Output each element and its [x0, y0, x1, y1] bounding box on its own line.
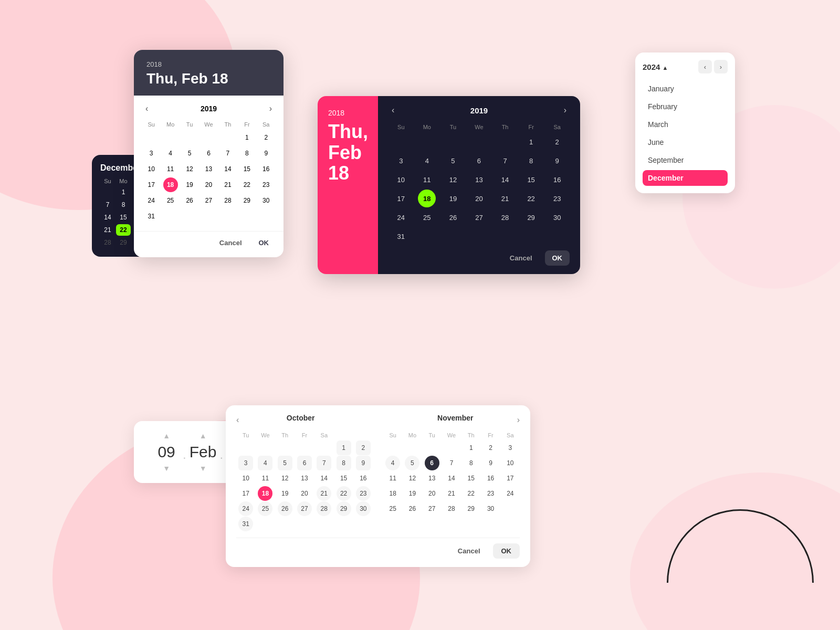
cal1-day-4[interactable]: 4 — [163, 146, 178, 161]
cal1-day-12[interactable]: 12 — [182, 162, 197, 176]
october-grid: Tu We Th Fr Sa 1 2 3 4 5 6 7 — [236, 430, 373, 531]
month-item-march[interactable]: March — [643, 117, 728, 132]
dec-selected[interactable]: 22 — [116, 224, 131, 236]
cal2-ok-btn[interactable]: OK — [545, 250, 570, 266]
dec-hdr-su: Su — [100, 178, 115, 184]
year-picker: 2024 ▲ ‹ › January February March June S… — [635, 52, 735, 193]
cal1-day-7[interactable]: 7 — [220, 146, 235, 161]
spinner-sep-2: . — [219, 447, 223, 462]
cal1-day-16[interactable]: 16 — [259, 162, 274, 176]
oct-day-18-selected[interactable]: 18 — [258, 486, 272, 501]
cal1-day-2[interactable]: 2 — [259, 130, 274, 145]
cal1-day-11[interactable]: 11 — [163, 162, 178, 176]
cal1-hdr-su: Su — [142, 120, 160, 129]
cal2-grid: Su Mo Tu We Th Fr Sa 1 2 3 4 5 6 7 8 9 1… — [388, 122, 570, 245]
cal1-day-6[interactable]: 6 — [201, 146, 216, 161]
cal1-day-3[interactable]: 3 — [144, 146, 159, 161]
spinner-month-up[interactable]: ▲ — [200, 432, 207, 440]
cal1-day-26[interactable]: 26 — [182, 193, 197, 208]
cal1-day-17[interactable]: 17 — [144, 177, 159, 192]
cal1-day-29[interactable]: 29 — [239, 193, 254, 208]
cal1-day-19[interactable]: 19 — [182, 177, 197, 192]
november-label: November — [437, 414, 473, 422]
cal2-nav-year: 2019 — [470, 106, 488, 115]
cal2-nav: ‹ 2019 › — [388, 104, 570, 116]
cal1-day-23[interactable]: 23 — [259, 177, 274, 192]
cal1-day-empty — [144, 130, 159, 145]
cal2-cancel-btn[interactable]: Cancel — [502, 250, 540, 266]
dec-hdr-mo: Mo — [116, 178, 131, 184]
cal1-day-20[interactable]: 20 — [201, 177, 216, 192]
cal1-next-btn[interactable]: › — [266, 103, 275, 114]
november-grid: Su Mo Tu We Th Fr Sa 1 2 3 4 5 6 7 — [383, 430, 520, 516]
year-picker-header: 2024 ▲ ‹ › — [643, 60, 728, 74]
cal1-body: ‹ 2019 › Su Mo Tu We Th Fr Sa 1 2 — [134, 96, 284, 231]
cal1-ok-btn[interactable]: OK — [253, 236, 276, 250]
year-picker-prev[interactable]: ‹ — [698, 60, 712, 74]
cal1-day-24[interactable]: 24 — [144, 193, 159, 208]
cal2-day-18-selected[interactable]: 18 — [418, 190, 436, 207]
cal1-day-25[interactable]: 25 — [163, 193, 178, 208]
cal1-container: 2018 Thu, Feb 18 ‹ 2019 › Su Mo Tu We Th… — [134, 50, 284, 257]
month-item-june[interactable]: June — [643, 134, 728, 150]
dual-calendar: ‹ October Tu We Th Fr Sa 1 2 — [226, 405, 530, 567]
cal1-day-27[interactable]: 27 — [201, 193, 216, 208]
spinner-day-up[interactable]: ▲ — [163, 432, 170, 440]
year-picker-year: 2024 ▲ — [643, 62, 668, 71]
cal1-day-31[interactable]: 31 — [144, 209, 159, 224]
cal2-prev-btn[interactable]: ‹ — [388, 104, 397, 116]
cal2-sidebar: 2018 Thu, Feb 18 — [318, 96, 378, 274]
cal1-hdr-tu: Tu — [181, 120, 198, 129]
month-list: January February March June September De… — [643, 81, 728, 186]
cal1-day-1[interactable]: 1 — [239, 130, 254, 145]
cal1-day-30[interactable]: 30 — [259, 193, 274, 208]
month-item-january[interactable]: January — [643, 81, 728, 97]
cal1-day-22[interactable]: 22 — [239, 177, 254, 192]
cal1-day-28[interactable]: 28 — [220, 193, 235, 208]
cal1-day-empty — [163, 130, 178, 145]
cal1-footer: Cancel OK — [134, 231, 284, 257]
cal1-day-15[interactable]: 15 — [239, 162, 254, 176]
cal2-main: ‹ 2019 › Su Mo Tu We Th Fr Sa 1 2 3 4 5 … — [378, 96, 580, 274]
cal1-day-21[interactable]: 21 — [220, 177, 235, 192]
dual-cal-cancel-btn[interactable]: Cancel — [449, 543, 489, 559]
cal2-footer: Cancel OK — [388, 250, 570, 266]
calendar-2: 2018 Thu, Feb 18 ‹ 2019 › Su Mo Tu We Th… — [318, 96, 580, 274]
cal1-day-9[interactable]: 9 — [259, 146, 274, 161]
cal1-day-5[interactable]: 5 — [182, 146, 197, 161]
cal1-day-empty — [182, 130, 197, 145]
november-month: November › Su Mo Tu We Th Fr Sa 1 2 3 — [383, 414, 520, 531]
cal1-prev-btn[interactable]: ‹ — [142, 103, 151, 114]
cal2-year: 2018 — [328, 109, 368, 117]
cal1-year: 2018 — [146, 60, 271, 68]
cal2-date: Thu, Feb 18 — [328, 121, 368, 184]
year-picker-next[interactable]: › — [714, 60, 728, 74]
cal1-hdr-mo: Mo — [161, 120, 179, 129]
cal1-day-18-selected[interactable]: 18 — [163, 177, 178, 192]
cal1-day-13[interactable]: 13 — [201, 162, 216, 176]
spinner-month-val: Feb — [190, 443, 217, 461]
nov-day-6-today[interactable]: 6 — [425, 456, 439, 470]
month-item-december-selected[interactable]: December — [643, 170, 728, 186]
dual-cal-footer: Cancel OK — [236, 538, 520, 559]
cal1-grid: Su Mo Tu We Th Fr Sa 1 2 3 4 5 6 — [142, 120, 275, 224]
cal1-day-14[interactable]: 14 — [220, 162, 235, 176]
spinner-day-down[interactable]: ▼ — [163, 464, 170, 472]
dual-cal-prev-btn[interactable]: ‹ — [236, 415, 239, 425]
cal1-header: 2018 Thu, Feb 18 — [134, 50, 284, 96]
month-item-february[interactable]: February — [643, 99, 728, 114]
cal1-day-8[interactable]: 8 — [239, 146, 254, 161]
cal1-hdr-fr: Fr — [238, 120, 256, 129]
dual-cal-next-btn[interactable]: › — [517, 415, 520, 425]
dual-cal-ok-btn[interactable]: OK — [493, 543, 520, 559]
october-month: ‹ October Tu We Th Fr Sa 1 2 — [236, 414, 373, 531]
cal1-hdr-we: We — [200, 120, 217, 129]
month-item-september[interactable]: September — [643, 152, 728, 168]
spinner-day-val: 09 — [153, 443, 180, 461]
cal1-nav: ‹ 2019 › — [142, 103, 275, 114]
spinner-month-down[interactable]: ▼ — [200, 464, 207, 472]
calendar-1: 2018 Thu, Feb 18 ‹ 2019 › Su Mo Tu We Th… — [134, 50, 284, 257]
cal1-cancel-btn[interactable]: Cancel — [213, 236, 248, 250]
cal1-day-10[interactable]: 10 — [144, 162, 159, 176]
cal2-next-btn[interactable]: › — [561, 104, 570, 116]
